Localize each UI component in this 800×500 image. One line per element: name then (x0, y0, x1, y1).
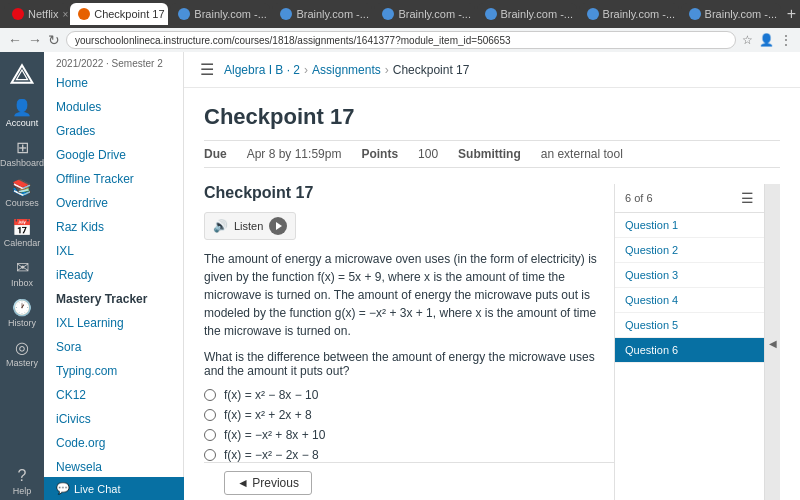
questions-panel: 6 of 6 ☰ Question 1 Question 2 Question … (614, 184, 764, 500)
option-b-text: f(x) = x² + 2x + 8 (224, 408, 312, 422)
checkpoint-title: Checkpoint 17 (204, 184, 614, 202)
sidebar-iready[interactable]: iReady (44, 263, 183, 287)
canvas-logo-icon (10, 62, 34, 86)
question-link-1[interactable]: Question 1 (615, 213, 764, 238)
sidebar-icivics[interactable]: iCivics (44, 407, 183, 431)
option-a: f(x) = x² − 8x − 10 (204, 388, 614, 402)
sidebar-grades[interactable]: Grades (44, 119, 183, 143)
calendar-label: Calendar (4, 238, 41, 248)
hamburger-menu[interactable]: ☰ (200, 60, 214, 79)
breadcrumb-course[interactable]: Algebra I B · 2 (224, 63, 300, 77)
sidebar-item-inbox[interactable]: ✉ Inbox (0, 254, 44, 292)
page-title: Checkpoint 17 (204, 104, 780, 130)
browser-nav-icons: ☆ 👤 ⋮ (742, 33, 792, 47)
sidebar-offline-tracker[interactable]: Offline Tracker (44, 167, 183, 191)
sidebar-ixl-learning[interactable]: IXL Learning (44, 311, 183, 335)
listen-label[interactable]: Listen (234, 220, 263, 232)
tab-brainly-4[interactable]: Brainly.com -... × (477, 3, 577, 25)
question-link-2[interactable]: Question 2 (615, 238, 764, 263)
tab-brainly-1-label: Brainly.com -... (194, 8, 267, 20)
account-label: Account (6, 118, 39, 128)
question-link-5[interactable]: Question 5 (615, 313, 764, 338)
question-link-3[interactable]: Question 3 (615, 263, 764, 288)
account-icon: 👤 (12, 98, 32, 117)
brainly-favicon-1 (178, 8, 190, 20)
url-text: yourschoolonlineca.instructure.com/cours… (75, 35, 511, 46)
listen-bar: 🔊 Listen (204, 212, 296, 240)
sidebar-raz-kids[interactable]: Raz Kids (44, 215, 183, 239)
previous-button[interactable]: ◄ Previous (224, 471, 312, 495)
bookmark-icon[interactable]: ☆ (742, 33, 753, 47)
sidebar-ck12[interactable]: CK12 (44, 383, 183, 407)
inbox-icon: ✉ (16, 258, 29, 277)
back-button[interactable]: ← (8, 32, 22, 48)
tab-brainly-2-label: Brainly.com -... (296, 8, 369, 20)
breadcrumb: Algebra I B · 2 › Assignments › Checkpoi… (224, 63, 469, 77)
sidebar-item-account[interactable]: 👤 Account (0, 94, 44, 132)
calendar-icon: 📅 (12, 218, 32, 237)
due-date: Apr 8 by 11:59pm (247, 147, 342, 161)
meta-row: Due Apr 8 by 11:59pm Points 100 Submitti… (204, 140, 780, 168)
tab-brainly-3[interactable]: Brainly.com -... × (374, 3, 474, 25)
breadcrumb-sep-2: › (385, 63, 389, 77)
sidebar-sora[interactable]: Sora (44, 335, 183, 359)
dashboard-icon: ⊞ (16, 138, 29, 157)
radio-a[interactable] (204, 389, 216, 401)
brainly-favicon-5 (587, 8, 599, 20)
radio-b[interactable] (204, 409, 216, 421)
sidebar-mastery-tracker[interactable]: Mastery Tracker (44, 287, 183, 311)
tab-netflix-label: Netflix (28, 8, 59, 20)
tab-brainly-6[interactable]: Brainly.com -... × (681, 3, 781, 25)
reload-button[interactable]: ↻ (48, 32, 60, 48)
breadcrumb-sep-1: › (304, 63, 308, 77)
sidebar-item-courses[interactable]: 📚 Courses (0, 174, 44, 212)
live-chat-button[interactable]: 💬 Live Chat (44, 477, 184, 500)
tab-brainly-1[interactable]: Brainly.com -... × (170, 3, 270, 25)
list-view-icon[interactable]: ☰ (741, 190, 754, 206)
tab-netflix[interactable]: Netflix × (4, 3, 68, 25)
forward-button[interactable]: → (28, 32, 42, 48)
sidebar-item-mastery[interactable]: ◎ Mastery (0, 334, 44, 372)
sidebar-ixl[interactable]: IXL (44, 239, 183, 263)
sidebar-item-history[interactable]: 🕐 History (0, 294, 44, 332)
option-d-text: f(x) = −x² − 2x − 8 (224, 448, 319, 462)
menu-icon[interactable]: ⋮ (780, 33, 792, 47)
sidebar-typing-com[interactable]: Typing.com (44, 359, 183, 383)
sidebar-item-dashboard[interactable]: ⊞ Dashboard (0, 134, 44, 172)
top-bar: ☰ Algebra I B · 2 › Assignments › Checkp… (184, 52, 800, 88)
sidebar-item-calendar[interactable]: 📅 Calendar (0, 214, 44, 252)
tab-checkpoint[interactable]: Checkpoint 17 × (70, 3, 168, 25)
sidebar-google-drive[interactable]: Google Drive (44, 143, 183, 167)
add-tab-button[interactable]: + (787, 5, 796, 23)
profile-icon[interactable]: 👤 (759, 33, 774, 47)
sidebar-overdrive[interactable]: Overdrive (44, 191, 183, 215)
tab-brainly-5[interactable]: Brainly.com -... × (579, 3, 679, 25)
course-sidebar: 2021/2022 · Semester 2 Home Modules Grad… (44, 52, 184, 500)
play-button[interactable] (269, 217, 287, 235)
question-link-6[interactable]: Question 6 (615, 338, 764, 363)
points-value: 100 (418, 147, 438, 161)
sidebar-newsela[interactable]: Newsela (44, 455, 183, 479)
option-b: f(x) = x² + 2x + 8 (204, 408, 614, 422)
radio-d[interactable] (204, 449, 216, 461)
play-triangle-icon (276, 222, 282, 230)
app-container: 👤 Account ⊞ Dashboard 📚 Courses 📅 Calend… (0, 52, 800, 500)
question-link-4[interactable]: Question 4 (615, 288, 764, 313)
sidebar-code-org[interactable]: Code.org (44, 431, 183, 455)
collapse-panel[interactable]: ◀ (764, 184, 780, 500)
tab-brainly-4-label: Brainly.com -... (501, 8, 574, 20)
canvas-logo-area[interactable] (10, 56, 34, 92)
sidebar-modules[interactable]: Modules (44, 95, 183, 119)
nav-bar: ← → ↻ yourschoolonlineca.instructure.com… (0, 28, 800, 52)
question-count-text: 6 of 6 (625, 192, 653, 204)
semester-label: 2021/2022 · Semester 2 (44, 52, 183, 71)
sidebar-item-help[interactable]: ? Help (0, 463, 44, 500)
url-bar[interactable]: yourschoolonlineca.instructure.com/cours… (66, 31, 736, 49)
radio-c[interactable] (204, 429, 216, 441)
tab-netflix-close[interactable]: × (63, 9, 69, 20)
question-body: The amount of energy a microwave oven us… (204, 250, 614, 340)
sidebar-home[interactable]: Home (44, 71, 183, 95)
breadcrumb-assignments[interactable]: Assignments (312, 63, 381, 77)
tab-brainly-2[interactable]: Brainly.com -... × (272, 3, 372, 25)
question-panel: Checkpoint 17 🔊 Listen The amount of ene… (204, 184, 614, 500)
